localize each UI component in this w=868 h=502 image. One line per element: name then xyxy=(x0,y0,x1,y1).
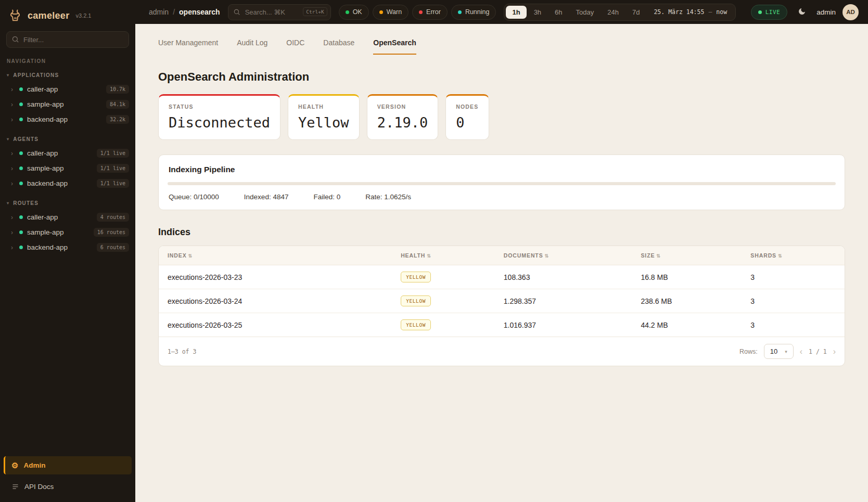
stat-cards: STATUS Disconnected HEALTH Yellow VERSIO… xyxy=(158,94,845,140)
cell-size: 44.2 MB xyxy=(632,313,742,337)
section-applications: ▾ APPLICATIONS › caller-app 10.7k › samp… xyxy=(0,70,135,127)
item-label: sample-app xyxy=(27,100,102,108)
moon-icon xyxy=(798,7,806,17)
content-area: User Management Audit Log OIDC Database … xyxy=(135,24,868,502)
item-count-badge: 16 routes xyxy=(94,228,129,237)
item-count-badge: 1/1 live xyxy=(97,164,129,173)
avatar[interactable]: AD xyxy=(843,4,859,20)
sidebar-item-agent-backend-app[interactable]: › backend-app 1/1 live xyxy=(0,176,135,191)
topbar-right: LIVE admin AD xyxy=(751,4,859,20)
live-indicator[interactable]: LIVE xyxy=(751,5,788,20)
section-header-applications[interactable]: ▾ APPLICATIONS xyxy=(0,70,135,82)
item-label: backend-app xyxy=(27,115,102,123)
live-dot xyxy=(758,10,762,14)
navigation-label: NAVIGATION xyxy=(0,56,135,70)
item-label: sample-app xyxy=(27,228,90,236)
time-range-today[interactable]: Today xyxy=(570,6,601,19)
sidebar-item-api-docs[interactable]: API Docs xyxy=(4,478,132,496)
chevron-right-icon: › xyxy=(11,165,15,172)
col-header-size[interactable]: SIZE⇅ xyxy=(632,246,742,265)
rows-per-page-value: 10 xyxy=(770,347,777,355)
section-agents: ▾ AGENTS › caller-app 1/1 live › sample-… xyxy=(0,134,135,191)
health-badge: YELLOW xyxy=(401,272,431,282)
rows-per-page-select[interactable]: 10 ▾ xyxy=(764,344,794,359)
breadcrumb-parent[interactable]: admin xyxy=(149,8,169,16)
sidebar-item-agent-sample-app[interactable]: › sample-app 1/1 live xyxy=(0,161,135,176)
row-range-text: 1–3 of 3 xyxy=(168,348,196,355)
sidebar-filter-input[interactable] xyxy=(6,31,129,48)
stat-card-status: STATUS Disconnected xyxy=(158,94,280,140)
time-range-6h[interactable]: 6h xyxy=(548,6,568,19)
filter-label: Running xyxy=(465,8,490,16)
stat-value: Yellow xyxy=(298,114,349,131)
col-header-shards[interactable]: SHARDS⇅ xyxy=(742,246,845,265)
sidebar-item-route-backend-app[interactable]: › backend-app 6 routes xyxy=(0,240,135,255)
status-dot xyxy=(19,166,23,170)
breadcrumb-separator: / xyxy=(173,8,175,16)
filter-error-button[interactable]: Error xyxy=(412,5,448,20)
dark-mode-toggle[interactable] xyxy=(794,4,810,20)
filter-running-button[interactable]: Running xyxy=(451,5,496,20)
sidebar: cameleer v3.2.1 NAVIGATION ▾ APPLICATION… xyxy=(0,0,135,502)
item-count-badge: 10.7k xyxy=(106,85,129,94)
topbar: admin / opensearch Ctrl+K OK Warn Error xyxy=(135,0,868,24)
pipeline-stats: Queue: 0/10000 Indexed: 4847 Failed: 0 R… xyxy=(168,193,836,201)
status-dot xyxy=(19,151,23,155)
col-header-health[interactable]: HEALTH⇅ xyxy=(392,246,495,265)
col-header-documents[interactable]: DOCUMENTS⇅ xyxy=(495,246,632,265)
admin-label: Admin xyxy=(23,461,45,469)
table-row: executions-2026-03-23 YELLOW 108.363 16.… xyxy=(159,265,845,289)
sidebar-item-admin[interactable]: ⚙ Admin xyxy=(4,456,132,474)
chevron-right-icon: › xyxy=(11,86,15,93)
col-header-index[interactable]: INDEX⇅ xyxy=(159,246,392,265)
cameleer-logo-icon xyxy=(8,8,23,23)
tab-oidc[interactable]: OIDC xyxy=(286,38,304,55)
ok-dot xyxy=(346,10,349,14)
time-range-7d[interactable]: 7d xyxy=(626,6,646,19)
tab-database[interactable]: Database xyxy=(323,38,354,55)
stat-label: VERSION xyxy=(377,104,428,110)
tab-opensearch[interactable]: OpenSearch xyxy=(373,38,416,55)
sidebar-item-backend-app[interactable]: › backend-app 32.2k xyxy=(0,112,135,127)
time-range-24h[interactable]: 24h xyxy=(601,6,625,19)
section-label: AGENTS xyxy=(13,136,39,142)
cell-health: YELLOW xyxy=(392,289,495,313)
chevron-right-icon: › xyxy=(11,214,15,221)
chevron-right-icon: › xyxy=(11,150,15,157)
prev-page-button[interactable]: ‹ xyxy=(800,347,802,356)
indices-table-card: INDEX⇅ HEALTH⇅ DOCUMENTS⇅ SIZE⇅ SHARDS⇅ … xyxy=(158,246,845,366)
cell-shards: 3 xyxy=(742,265,845,289)
sidebar-item-route-sample-app[interactable]: › sample-app 16 routes xyxy=(0,225,135,240)
filter-warn-button[interactable]: Warn xyxy=(373,5,409,20)
pipeline-rate: Rate: 1.0625/s xyxy=(365,193,411,201)
sidebar-item-caller-app[interactable]: › caller-app 10.7k xyxy=(0,82,135,97)
stat-label: HEALTH xyxy=(298,104,349,110)
sidebar-item-agent-caller-app[interactable]: › caller-app 1/1 live xyxy=(0,146,135,161)
section-header-agents[interactable]: ▾ AGENTS xyxy=(0,134,135,146)
filter-ok-button[interactable]: OK xyxy=(339,5,369,20)
cell-health: YELLOW xyxy=(392,313,495,337)
tab-audit-log[interactable]: Audit Log xyxy=(237,38,267,55)
cell-shards: 3 xyxy=(742,313,845,337)
sidebar-item-route-caller-app[interactable]: › caller-app 4 routes xyxy=(0,210,135,225)
stat-value: Disconnected xyxy=(169,114,270,131)
next-page-button[interactable]: › xyxy=(833,347,836,356)
section-header-routes[interactable]: ▾ ROUTES xyxy=(0,198,135,210)
item-label: caller-app xyxy=(27,85,102,93)
cell-shards: 3 xyxy=(742,289,845,313)
search-icon xyxy=(11,35,19,43)
item-count-badge: 1/1 live xyxy=(97,179,129,188)
date-range-end: now xyxy=(716,8,727,16)
filter-label: Error xyxy=(426,8,441,16)
sort-icon: ⇅ xyxy=(656,253,660,259)
status-dot xyxy=(19,182,23,185)
indices-table: INDEX⇅ HEALTH⇅ DOCUMENTS⇅ SIZE⇅ SHARDS⇅ … xyxy=(159,246,845,337)
time-range-3h[interactable]: 3h xyxy=(528,6,547,19)
chevron-right-icon: › xyxy=(11,244,15,251)
sidebar-item-sample-app[interactable]: › sample-app 84.1k xyxy=(0,97,135,112)
stat-value: 2.19.0 xyxy=(377,114,428,131)
stat-label: STATUS xyxy=(169,104,270,110)
live-label: LIVE xyxy=(765,9,781,16)
tab-user-management[interactable]: User Management xyxy=(158,38,218,55)
time-range-1h[interactable]: 1h xyxy=(506,6,526,19)
